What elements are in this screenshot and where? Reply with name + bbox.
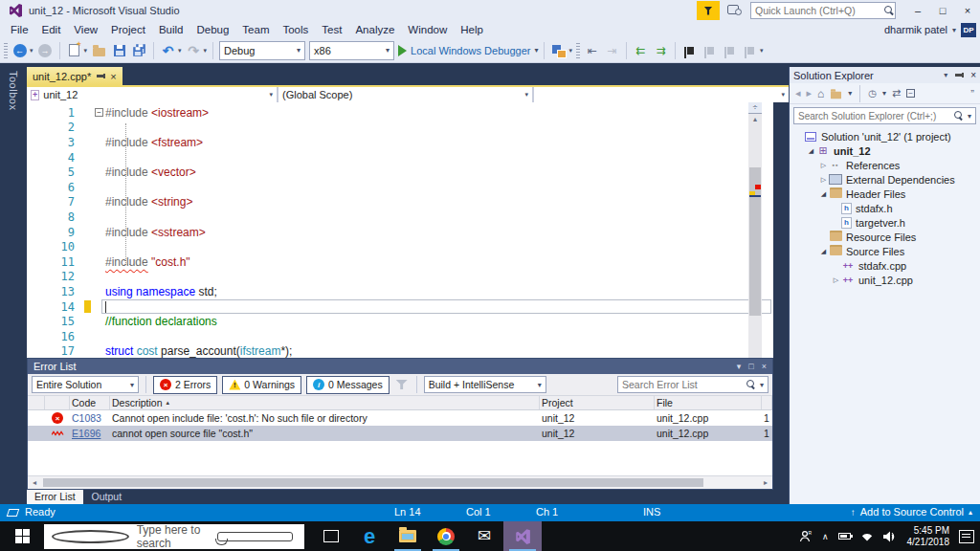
column-project[interactable]: Project bbox=[540, 396, 655, 409]
menu-team[interactable]: Team bbox=[235, 22, 276, 37]
toolbar-overflow-icon-2[interactable]: ▾ bbox=[760, 47, 764, 55]
toolbox-tab[interactable]: Toolbox bbox=[8, 71, 19, 110]
code-line[interactable]: 10 bbox=[27, 239, 773, 254]
tree-item-unit-12-cpp[interactable]: ▷unit_12.cpp bbox=[790, 273, 980, 287]
redo-dropdown-icon[interactable]: ▾ bbox=[204, 47, 208, 55]
tree-item-header-files[interactable]: ◢Header Files bbox=[790, 187, 980, 201]
menu-build[interactable]: Build bbox=[152, 22, 190, 37]
tree-item-solution-unit-12-1-project[interactable]: Solution 'unit_12' (1 project) bbox=[790, 129, 980, 143]
code-line[interactable]: 16 bbox=[27, 329, 773, 344]
wifi-icon[interactable] bbox=[860, 531, 874, 541]
expanded-arrow-icon[interactable]: ◢ bbox=[818, 190, 829, 198]
solution-platform-combo[interactable]: x86▾ bbox=[309, 41, 394, 60]
error-list-title-bar[interactable]: Error List ▾ □ × bbox=[28, 359, 772, 374]
filter-dropdown-icon[interactable]: ▾ bbox=[882, 89, 886, 98]
menu-view[interactable]: View bbox=[67, 22, 104, 37]
collapse-toggle-icon[interactable]: − bbox=[95, 108, 103, 117]
tree-item-references[interactable]: ▷References bbox=[790, 158, 980, 172]
volume-icon[interactable] bbox=[883, 531, 898, 542]
navigate-forward-button[interactable]: → bbox=[37, 42, 54, 58]
messages-filter-button[interactable]: i0 Messages bbox=[306, 376, 390, 394]
home-icon[interactable]: ⌂ bbox=[817, 87, 824, 100]
solution-explorer-search-input[interactable] bbox=[798, 111, 954, 121]
code-line[interactable]: 7#include <string> bbox=[27, 195, 773, 210]
menu-project[interactable]: Project bbox=[104, 22, 152, 37]
taskbar-clock[interactable]: 5:45 PM 4/21/2018 bbox=[907, 525, 950, 548]
quick-launch-input[interactable] bbox=[755, 5, 884, 16]
undo-dropdown-icon[interactable]: ▾ bbox=[178, 47, 182, 55]
column-description[interactable]: Description▴ bbox=[110, 396, 540, 409]
switch-views-dropdown-icon[interactable]: ▾ bbox=[848, 89, 852, 98]
menu-help[interactable]: Help bbox=[454, 22, 490, 37]
menu-file[interactable]: File bbox=[4, 22, 35, 37]
menu-test[interactable]: Test bbox=[315, 22, 348, 37]
visual-studio-taskbar-button[interactable] bbox=[503, 521, 542, 551]
toolbar-overflow-icon[interactable]: ▾ bbox=[568, 47, 572, 55]
member-dropdown[interactable]: ▾ bbox=[534, 87, 789, 102]
source-control-dropdown-icon[interactable]: ▴ bbox=[969, 508, 972, 517]
close-button[interactable]: × bbox=[955, 1, 980, 21]
document-tab-unit12cpp[interactable]: unit_12.cpp* × bbox=[27, 67, 122, 85]
menu-debug[interactable]: Debug bbox=[189, 22, 235, 37]
save-all-button[interactable] bbox=[131, 42, 147, 58]
new-project-button[interactable] bbox=[66, 42, 82, 58]
switch-views-icon[interactable] bbox=[831, 91, 841, 99]
tree-item-external-dependencies[interactable]: ▷External Dependencies bbox=[790, 172, 980, 187]
tree-item-stdafx-cpp[interactable]: stdafx.cpp bbox=[790, 258, 980, 273]
scrollbar-thumb[interactable] bbox=[749, 167, 761, 316]
expanded-arrow-icon[interactable]: ◢ bbox=[806, 147, 816, 155]
menu-tools[interactable]: Tools bbox=[276, 22, 315, 37]
open-file-button[interactable] bbox=[91, 42, 107, 58]
collapse-all-icon[interactable]: − bbox=[906, 89, 915, 98]
avatar[interactable]: DP bbox=[961, 23, 976, 37]
microphone-icon[interactable] bbox=[217, 532, 293, 541]
error-list-search-box[interactable]: ▾ bbox=[617, 376, 768, 393]
error-scope-combo[interactable]: Entire Solution▾ bbox=[32, 376, 139, 393]
pin-icon[interactable] bbox=[97, 71, 104, 81]
tree-item-source-files[interactable]: ◢Source Files bbox=[790, 244, 980, 258]
error-code[interactable]: E1696 bbox=[70, 428, 110, 439]
tree-item-unit-12[interactable]: ◢unit_12 bbox=[790, 143, 980, 158]
toggle-bookmark-button[interactable] bbox=[681, 42, 698, 58]
error-source-combo[interactable]: Build + IntelliSense▾ bbox=[424, 376, 546, 393]
column-line[interactable] bbox=[762, 396, 772, 409]
code-line[interactable]: 6 bbox=[27, 180, 773, 195]
hidden-icons-chevron[interactable]: ∧ bbox=[822, 532, 829, 541]
notifications-flag-icon[interactable] bbox=[697, 1, 720, 20]
people-icon[interactable]: R bbox=[799, 530, 813, 542]
scroll-up-icon[interactable]: ▴ bbox=[748, 114, 762, 125]
panel-close-icon[interactable]: × bbox=[762, 362, 767, 371]
code-line[interactable]: 13using namespace std; bbox=[27, 284, 773, 299]
code-line[interactable]: 14 bbox=[27, 299, 773, 315]
se-back-icon[interactable]: ◂ bbox=[795, 87, 801, 99]
action-center-icon[interactable] bbox=[959, 530, 974, 543]
new-dropdown-icon[interactable]: ▾ bbox=[84, 47, 88, 55]
panel-tab-error-list[interactable]: Error List bbox=[27, 490, 83, 504]
redo-button[interactable]: ↷ bbox=[186, 42, 202, 58]
minimize-button[interactable]: – bbox=[905, 1, 930, 21]
pending-changes-filter-icon[interactable]: ◷ bbox=[868, 88, 877, 99]
errors-filter-button[interactable]: ×2 Errors bbox=[153, 376, 217, 394]
project-dropdown[interactable]: +unit_12 ▾ bbox=[27, 87, 278, 102]
scroll-right-icon[interactable]: ▸ bbox=[759, 478, 772, 487]
decrease-indent-button[interactable]: ⇇ bbox=[633, 42, 649, 58]
code-line[interactable]: 15//function declarations bbox=[27, 314, 773, 329]
warnings-filter-button[interactable]: !0 Warnings bbox=[222, 376, 301, 394]
panel-maximize-icon[interactable]: □ bbox=[748, 362, 753, 371]
code-editor[interactable]: 1−#include <iostream>23#include <fstream… bbox=[27, 102, 773, 358]
feedback-icon[interactable] bbox=[727, 5, 741, 16]
increase-indent-button[interactable]: ⇉ bbox=[653, 42, 669, 58]
taskbar-search-box[interactable]: Type here to search bbox=[44, 524, 304, 549]
collapsed-arrow-icon[interactable]: ▷ bbox=[818, 176, 829, 184]
navigate-back-button[interactable]: ← bbox=[11, 42, 28, 58]
scroll-left-icon[interactable]: ◂ bbox=[28, 478, 41, 487]
se-overflow-icon[interactable]: ” bbox=[970, 88, 974, 99]
quick-launch-box[interactable] bbox=[750, 2, 896, 19]
tab-close-icon[interactable]: × bbox=[110, 71, 116, 82]
collapsed-arrow-icon[interactable]: ▷ bbox=[831, 276, 841, 284]
run-dropdown-icon[interactable]: ▾ bbox=[534, 46, 538, 55]
tree-item-resource-files[interactable]: Resource Files bbox=[790, 230, 980, 244]
error-list-horizontal-scrollbar[interactable]: ◂ ▸ bbox=[28, 475, 772, 489]
save-button[interactable] bbox=[111, 42, 127, 58]
menu-analyze[interactable]: Analyze bbox=[348, 22, 401, 37]
